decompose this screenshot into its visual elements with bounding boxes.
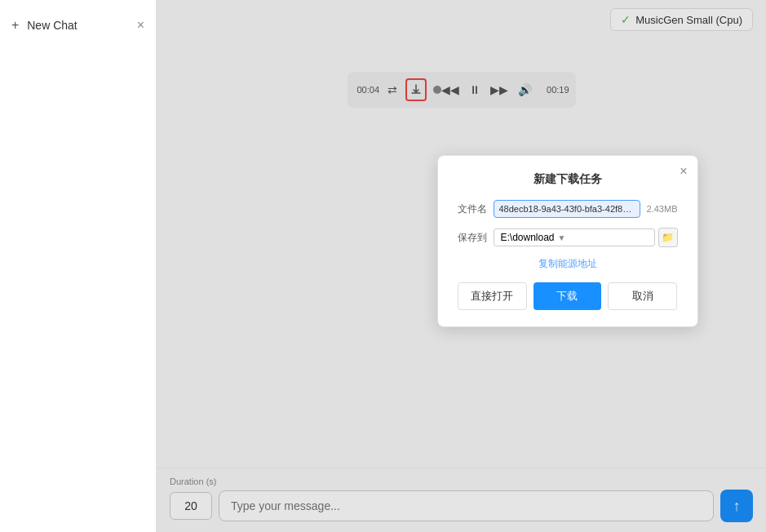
saveto-input[interactable]: E:\download ▼ (494, 228, 655, 246)
saveto-wrapper: E:\download ▼ 📁 (494, 228, 678, 247)
sidebar: + New Chat × (0, 0, 157, 532)
filename-value: 48decb18-9a43-43f0-bfa3-42f8aef03b33 (499, 204, 640, 214)
saveto-row: 保存到 E:\download ▼ 📁 (458, 228, 678, 247)
saveto-value: E:\download (501, 232, 555, 243)
plus-icon: + (11, 18, 19, 32)
dialog-actions: 直接打开 下载 取消 (458, 282, 678, 310)
filename-input[interactable]: 48decb18-9a43-43f0-bfa3-42f8aef03b33.wav (494, 200, 640, 218)
copy-link[interactable]: 复制能源地址 (458, 257, 678, 271)
new-chat-button[interactable]: + New Chat × (0, 10, 156, 41)
open-directly-button[interactable]: 直接打开 (458, 282, 527, 310)
main-content: ✓ MusicGen Small (Cpu) 00:04 ⇄ ◀ (157, 0, 766, 532)
close-sidebar-icon[interactable]: × (137, 18, 144, 33)
new-chat-label: New Chat (27, 19, 77, 32)
saveto-label: 保存到 (458, 231, 487, 245)
filesize-badge: 2.43MB (647, 204, 678, 214)
filename-label: 文件名 (458, 202, 487, 216)
dialog-close-button[interactable]: × (680, 164, 687, 179)
download-dialog: 新建下载任务 × 文件名 48decb18-9a43-43f0-bfa3-42f… (437, 155, 698, 327)
dialog-title: 新建下载任务 (458, 172, 678, 187)
filename-row: 文件名 48decb18-9a43-43f0-bfa3-42f8aef03b33… (458, 200, 678, 218)
chevron-down-icon: ▼ (558, 233, 566, 242)
cancel-button[interactable]: 取消 (608, 282, 677, 310)
browse-folder-button[interactable]: 📁 (658, 228, 678, 247)
download-button[interactable]: 下载 (534, 282, 601, 310)
